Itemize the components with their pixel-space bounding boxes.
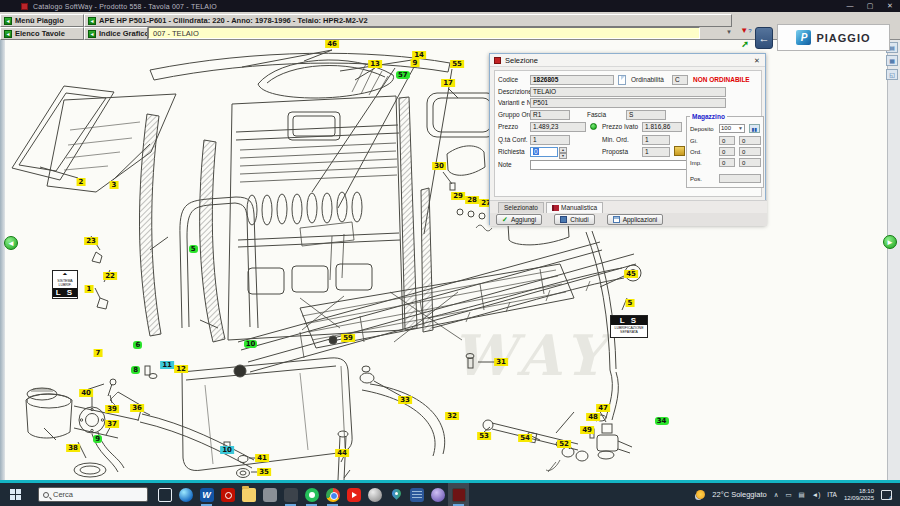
callout-52[interactable]: 52 — [557, 440, 571, 448]
callout-11[interactable]: 11 — [160, 361, 174, 369]
callout-46[interactable]: 46 — [325, 40, 339, 48]
taskbar-icon-word[interactable] — [196, 483, 217, 506]
callout-38[interactable]: 38 — [66, 444, 80, 452]
tab-manualistica[interactable]: Manualistica — [546, 202, 603, 213]
callout-32[interactable]: 32 — [445, 412, 459, 420]
taskbar-icon-whatsapp[interactable] — [301, 483, 322, 506]
callout-55[interactable]: 55 — [450, 60, 464, 68]
weather-icon[interactable] — [696, 490, 705, 499]
taskbar-icon-app-dark[interactable] — [280, 483, 301, 506]
taskbar-icon-task-view[interactable] — [154, 483, 175, 506]
taskbar-icon-edge[interactable] — [175, 483, 196, 506]
callout-10[interactable]: 10 — [220, 446, 234, 454]
taskbar-icon-catalog[interactable] — [448, 483, 469, 506]
callout-13[interactable]: 13 — [368, 60, 382, 68]
callout-22[interactable]: 22 — [103, 272, 117, 280]
filter-icon[interactable]: ▼? — [738, 25, 754, 37]
callout-44[interactable]: 44 — [335, 449, 349, 457]
maximize-icon[interactable]: ▢ — [860, 0, 880, 12]
tray-expand-icon[interactable]: ∧ — [774, 491, 779, 499]
model-info-bar[interactable]: ◄ APE HP P501-P601 - Cilindrata: 220 - A… — [84, 14, 732, 27]
minimize-icon[interactable]: — — [840, 0, 860, 12]
taskbar-icon-ball[interactable] — [364, 483, 385, 506]
callout-53[interactable]: 53 — [477, 432, 491, 440]
callout-5[interactable]: 5 — [626, 299, 635, 307]
clock[interactable]: 18:10 12/09/2025 — [844, 488, 874, 502]
callout-48[interactable]: 48 — [586, 413, 600, 421]
taskbar-icon-youtube[interactable] — [343, 483, 364, 506]
callout-7[interactable]: 7 — [94, 349, 103, 357]
callout-17[interactable]: 17 — [441, 79, 455, 87]
callout-41[interactable]: 41 — [255, 454, 269, 462]
callout-57[interactable]: 57 — [396, 71, 410, 79]
dialog-titlebar[interactable]: Selezione ✕ — [490, 54, 765, 67]
callout-9[interactable]: 9 — [411, 59, 420, 67]
cart-icon[interactable] — [674, 146, 685, 156]
callout-28[interactable]: 28 — [465, 196, 479, 204]
search-input[interactable]: Cerca — [38, 487, 148, 502]
taskbar-icon-swirl[interactable] — [427, 483, 448, 506]
document-icon[interactable] — [618, 75, 626, 85]
chiudi-button[interactable]: Chiudi — [554, 214, 594, 225]
next-table-button[interactable]: ► — [883, 235, 897, 249]
richiesta-input[interactable]: 0 — [530, 147, 558, 157]
callout-9[interactable]: 9 — [93, 435, 102, 443]
volume-icon[interactable]: ◄) — [812, 491, 821, 498]
pan-tool-icon[interactable]: ◱ — [886, 69, 898, 80]
aggiungi-button[interactable]: ✓Aggiungi — [496, 214, 542, 225]
chevron-down-icon[interactable]: ▼ — [726, 29, 732, 35]
callout-3[interactable]: 3 — [110, 181, 119, 189]
callout-47[interactable]: 47 — [596, 404, 610, 412]
back-button[interactable]: ← — [755, 27, 773, 49]
taskbar-icon-acrobat[interactable] — [217, 483, 238, 506]
elenco-tavole-button[interactable]: ◄ Elenco Tavole — [0, 27, 84, 40]
tavola-input[interactable]: 007 - TELAIO — [148, 27, 700, 39]
callout-8[interactable]: 8 — [131, 366, 140, 374]
callout-59[interactable]: 59 — [341, 334, 355, 342]
taskbar-icon-archive[interactable] — [259, 483, 280, 506]
callout-36[interactable]: 36 — [130, 404, 144, 412]
grid-arrow-icon[interactable]: ➚ — [737, 38, 753, 50]
callout-29[interactable]: 29 — [451, 192, 465, 200]
fit-tool-icon[interactable]: ▦ — [886, 55, 898, 66]
callout-49[interactable]: 49 — [580, 426, 594, 434]
deposito-combo[interactable]: 100▼ — [719, 124, 745, 133]
richiesta-spinner[interactable]: ▲▼ — [559, 147, 567, 158]
taskbar-icon-maps[interactable] — [385, 483, 406, 506]
callout-39[interactable]: 39 — [105, 405, 119, 413]
weather-text[interactable]: 22°C Soleggiato — [712, 490, 766, 499]
stock-chart-icon[interactable]: ▮▮ — [749, 124, 760, 133]
callout-12[interactable]: 12 — [174, 365, 188, 373]
callout-5[interactable]: 5 — [189, 245, 198, 253]
applicazioni-button[interactable]: Applicazioni — [607, 214, 664, 225]
language-indicator[interactable]: ITA — [827, 491, 837, 498]
callout-10[interactable]: 10 — [244, 340, 258, 348]
callout-35[interactable]: 35 — [257, 468, 271, 476]
taskbar-icon-sheet[interactable] — [406, 483, 427, 506]
callout-45[interactable]: 45 — [624, 270, 638, 278]
callout-54[interactable]: 54 — [518, 434, 532, 442]
indice-grafico-button[interactable]: ◄ Indice Grafico Telaio — [84, 27, 148, 40]
menu-piaggio-button[interactable]: ◄ Menù Piaggio — [0, 14, 84, 27]
callout-30[interactable]: 30 — [432, 162, 446, 170]
battery-icon[interactable]: ▭ — [785, 491, 791, 499]
callout-6[interactable]: 6 — [133, 341, 142, 349]
taskbar-icon-chrome[interactable] — [322, 483, 343, 506]
callout-23[interactable]: 23 — [84, 237, 98, 245]
network-icon[interactable]: ▤ — [799, 491, 805, 499]
prev-table-button[interactable]: ◄ — [4, 236, 18, 250]
callout-2[interactable]: 2 — [77, 178, 86, 186]
callout-40[interactable]: 40 — [79, 389, 93, 397]
callout-1[interactable]: 1 — [85, 285, 94, 293]
close-icon[interactable]: ✕ — [880, 0, 900, 12]
dialog-close-icon[interactable]: ✕ — [749, 54, 765, 67]
callout-33[interactable]: 33 — [398, 396, 412, 404]
tab-selezionato[interactable]: Selezionato — [498, 202, 544, 213]
notification-icon[interactable]: 4 — [881, 490, 892, 500]
start-button[interactable] — [0, 483, 30, 506]
callout-34[interactable]: 34 — [655, 417, 669, 425]
taskbar-icon-folder[interactable] — [238, 483, 259, 506]
callout-37[interactable]: 37 — [105, 420, 119, 428]
callout-31[interactable]: 31 — [494, 358, 508, 366]
callout-14[interactable]: 14 — [412, 51, 426, 59]
